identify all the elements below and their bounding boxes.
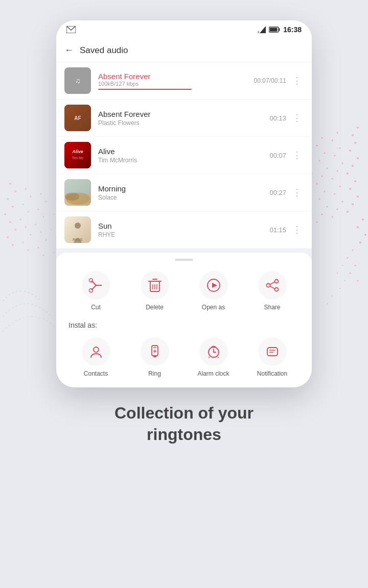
song-duration-3: 00:07 [269, 152, 286, 159]
page-title: Saved audio [80, 45, 128, 56]
delete-icon-circle [141, 271, 169, 300]
svg-point-81 [43, 216, 44, 218]
svg-line-136 [270, 286, 275, 289]
svg-point-75 [30, 234, 32, 236]
svg-point-80 [38, 209, 39, 210]
song-meta-right-3: 00:07 ⋮ [269, 148, 304, 163]
svg-rect-101 [270, 28, 278, 32]
svg-point-64 [4, 213, 6, 215]
svg-point-62 [7, 198, 9, 200]
delete-button[interactable]: Delete [137, 271, 173, 311]
song-title-4: Morning [98, 184, 269, 193]
song-menu-2[interactable]: ⋮ [290, 110, 304, 126]
music-note-icon: ♫ [71, 74, 84, 87]
cut-icon-circle [82, 271, 110, 300]
svg-point-77 [28, 250, 29, 251]
notification-icon [265, 345, 280, 359]
notification-button[interactable]: Notification [255, 337, 290, 377]
song-thumb-1: ♫ [64, 67, 91, 94]
svg-point-47 [364, 234, 366, 236]
svg-point-138 [94, 347, 99, 352]
share-button[interactable]: Share [255, 271, 290, 311]
svg-point-133 [274, 280, 278, 283]
ring-button[interactable]: Ring [137, 337, 173, 377]
svg-point-66 [14, 229, 16, 231]
song-thumb-5: RHYE [64, 216, 91, 243]
song-title-1: Absent Forever [98, 72, 254, 81]
ring-icon [148, 345, 162, 359]
install-as-label: Instal as: [56, 321, 312, 329]
contacts-label: Contacts [84, 370, 108, 377]
song-menu-3[interactable]: ⋮ [290, 148, 304, 163]
svg-point-74 [25, 227, 27, 228]
song-meta-right-5: 01:15 ⋮ [269, 222, 304, 237]
svg-point-19 [339, 186, 341, 187]
svg-point-20 [334, 193, 336, 195]
svg-rect-100 [279, 29, 280, 31]
song-menu-4[interactable]: ⋮ [290, 185, 304, 200]
thumb-sun: RHYE [64, 216, 91, 243]
svg-point-68 [12, 244, 14, 246]
open-as-icon [206, 278, 221, 292]
alarm-clock-button[interactable]: Alarm clock [196, 337, 232, 377]
svg-point-6 [347, 173, 349, 175]
song-subtitle-5: RHYE [98, 231, 269, 238]
cut-button[interactable]: Cut [78, 271, 114, 311]
svg-point-8 [349, 188, 351, 190]
song-menu-5[interactable]: ⋮ [290, 222, 304, 237]
svg-point-11 [347, 211, 349, 213]
svg-point-65 [9, 221, 11, 223]
svg-point-67 [7, 236, 9, 238]
contacts-icon [89, 345, 103, 359]
alarm-clock-icon-circle [199, 337, 228, 366]
svg-point-14 [339, 148, 341, 149]
svg-point-9 [357, 195, 359, 198]
cut-icon [89, 278, 103, 292]
ring-icon-circle [141, 337, 169, 366]
svg-point-118 [75, 223, 81, 229]
svg-point-89 [53, 214, 54, 215]
sheet-handle [175, 259, 193, 261]
open-as-button[interactable]: Open as [196, 271, 232, 311]
open-as-icon-circle [199, 271, 228, 300]
song-meta-1: 100kB/127 kbps [98, 81, 254, 87]
song-item-3[interactable]: Alive Tim Mc Alive Tim McMrorris 00:07 ⋮ [56, 137, 312, 174]
svg-point-56 [344, 280, 346, 281]
song-item-4[interactable]: Morning Solace 00:27 ⋮ [56, 174, 312, 211]
svg-point-50 [347, 257, 349, 259]
ring-label: Ring [148, 370, 161, 377]
thumb-alive: Alive Tim Mc [64, 142, 91, 168]
song-thumb-2: AF [64, 105, 91, 131]
svg-rect-98 [258, 31, 259, 33]
status-time: 16:38 [283, 26, 302, 34]
song-duration-2: 00:13 [269, 114, 286, 122]
contacts-button[interactable]: Contacts [78, 337, 114, 377]
song-item-5[interactable]: RHYE Sun RHYE 01:15 ⋮ [56, 211, 312, 249]
svg-point-21 [342, 201, 343, 203]
song-info-2: Absent Forever Plastic Flowers [98, 110, 269, 127]
svg-point-53 [357, 280, 359, 282]
svg-marker-97 [260, 26, 266, 33]
svg-point-69 [25, 188, 27, 190]
song-duration-4: 00:27 [269, 189, 286, 197]
song-item-2[interactable]: AF Absent Forever Plastic Flowers 00:13 … [56, 100, 312, 137]
svg-point-23 [332, 216, 333, 218]
song-item-1[interactable]: ♫ Absent Forever 100kB/127 kbps 00:07/00… [56, 62, 312, 100]
svg-point-79 [45, 201, 47, 203]
svg-point-135 [266, 284, 270, 287]
song-title-3: Alive [98, 147, 269, 156]
back-button[interactable]: ← [64, 45, 74, 56]
song-info-4: Morning Solace [98, 184, 269, 201]
song-info-3: Alive Tim McMrorris [98, 147, 269, 164]
sheet-actions: Cut Delete [56, 271, 312, 311]
song-list: ♫ Absent Forever 100kB/127 kbps 00:07/00… [56, 62, 312, 249]
song-meta-right-4: 00:27 ⋮ [269, 185, 304, 200]
song-info-1: Absent Forever 100kB/127 kbps [98, 72, 254, 90]
svg-marker-132 [212, 283, 217, 288]
alarm-clock-label: Alarm clock [197, 370, 229, 377]
song-menu-1[interactable]: ⋮ [290, 73, 304, 88]
svg-point-30 [316, 183, 318, 185]
song-progress-1 [98, 89, 192, 90]
bottom-heading: Collection of your ringtones [114, 403, 254, 445]
svg-point-70 [30, 196, 32, 198]
